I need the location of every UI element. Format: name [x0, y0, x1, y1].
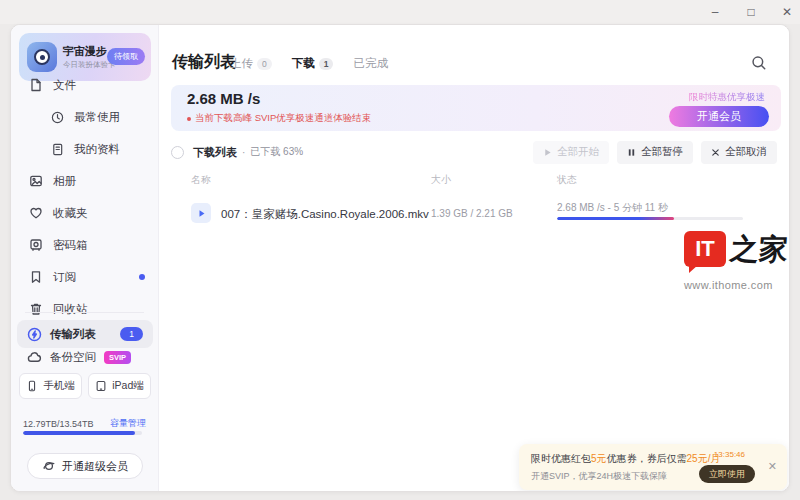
device-button-label: iPad端 — [112, 379, 144, 393]
sidebar-item-label: 相册 — [53, 174, 76, 189]
tab-label: 上传 — [230, 56, 253, 71]
storage-usage: 12.79TB/13.54TB — [23, 419, 94, 429]
sidebar-divider — [25, 312, 144, 313]
sidebar-item-favorites[interactable]: 收藏夹 — [11, 197, 159, 229]
sidebar-item-my-docs[interactable]: 我的资料 — [11, 133, 159, 165]
upgrade-svip-button[interactable]: 开通超级会员 — [27, 453, 143, 479]
peak-notice: 当前下载高峰 SVIP优享极速通道体验结束 — [187, 112, 371, 125]
sidebar-item-label: 我的资料 — [74, 142, 120, 157]
sidebar-item-backup-space[interactable]: 备份空间 SVIP — [17, 343, 153, 371]
resume-download-button[interactable] — [191, 203, 211, 223]
notification-dot — [139, 274, 145, 280]
ithome-logo: IT — [684, 231, 726, 267]
close-banner-icon[interactable]: ✕ — [768, 460, 777, 473]
tab-label: 已完成 — [353, 56, 388, 71]
promo-text: 限时特惠优享极速 — [689, 91, 765, 104]
notebook-icon — [51, 143, 64, 156]
table-row[interactable]: 007：皇家赌场.Casino.Royale.2006.mkv 1.39 GB … — [160, 197, 789, 233]
ithome-watermark: IT 之家 www.ithome.com — [684, 231, 790, 291]
sidebar-item-label: 备份空间 — [50, 350, 96, 365]
file-icon — [29, 78, 43, 92]
ithome-logo-suffix: 之家 — [729, 231, 790, 267]
safe-icon — [29, 238, 43, 252]
file-name: 007：皇家赌场.Casino.Royale.2006.mkv — [221, 207, 429, 222]
open-membership-button[interactable]: 开通会员 — [669, 106, 769, 127]
play-icon — [543, 148, 552, 157]
tab-upload[interactable]: 上传 0 — [230, 56, 272, 71]
tablet-icon — [95, 380, 107, 392]
coupon-text-part: 限时优惠红包 — [531, 453, 591, 464]
avatar — [27, 42, 57, 72]
lightning-icon — [27, 327, 42, 342]
sidebar-item-label: 密码箱 — [53, 238, 88, 253]
tab-bar: 上传 0 下载 1 已完成 — [230, 56, 388, 71]
download-list-toolbar: 下载列表 · 已下载 63% 全部开始 全部暂停 全部取消 — [171, 139, 777, 165]
file-status: 2.68 MB /s - 5 分钟 11 秒 — [557, 201, 668, 215]
search-icon[interactable] — [751, 55, 767, 75]
phone-client-button[interactable]: 手机端 — [19, 373, 82, 399]
titlebar: – □ ✕ — [0, 0, 800, 24]
sidebar-item-label: 文件 — [53, 78, 76, 93]
ithome-url: www.ithome.com — [684, 279, 790, 291]
coupon-text: 限时优惠红包5元优惠券，券后仅需25元/月 — [531, 452, 720, 466]
speed-banner: 2.68 MB /s 当前下载高峰 SVIP优享极速通道体验结束 限时特惠优享极… — [171, 85, 781, 131]
tab-download[interactable]: 下载 1 — [292, 56, 334, 71]
maximize-icon[interactable]: □ — [744, 5, 758, 19]
sidebar-item-subscriptions[interactable]: 订阅 — [11, 261, 159, 293]
column-header-name: 名称 — [191, 173, 211, 187]
sidebar-item-recent[interactable]: 最常使用 — [11, 101, 159, 133]
cloud-icon — [27, 350, 42, 365]
app-window: 宇宙漫步 今日装扮体验卡 待领取 文件 最常使用 我的资料 相册 — [10, 24, 790, 492]
column-header-status: 状态 — [557, 173, 577, 187]
file-progress-bar — [557, 217, 743, 220]
coupon-text-part: 优惠券，券后仅需 — [607, 453, 687, 464]
photo-icon — [29, 174, 43, 188]
phone-icon — [26, 380, 38, 392]
column-header-size: 大小 — [431, 173, 451, 187]
storage-progress-bar — [23, 431, 142, 435]
tab-download-count: 1 — [319, 58, 334, 70]
ipad-client-button[interactable]: iPad端 — [88, 373, 151, 399]
file-size: 1.39 GB / 2.21 GB — [431, 208, 513, 219]
sidebar-nav: 文件 最常使用 我的资料 相册 收藏夹 密码箱 — [11, 69, 159, 325]
action-label: 全部开始 — [557, 145, 599, 159]
action-label: 全部暂停 — [641, 145, 683, 159]
coupon-banner: 限时优惠红包5元优惠券，券后仅需25元/月 13:35:46 立即使用 开通SV… — [519, 444, 787, 490]
heart-icon — [29, 206, 43, 220]
close-icon[interactable]: ✕ — [780, 5, 794, 19]
coupon-subtext: 开通SVIP，优享24H极速下载保障 — [531, 470, 667, 483]
sidebar-item-label: 回收站 — [53, 302, 88, 317]
tab-label: 下载 — [292, 56, 315, 71]
minimize-icon[interactable]: – — [708, 5, 722, 19]
storage-manage-link[interactable]: 容量管理 — [110, 417, 146, 430]
clock-icon — [51, 111, 64, 124]
start-all-button[interactable]: 全部开始 — [533, 141, 609, 164]
select-all-checkbox[interactable] — [171, 146, 184, 159]
main-content: 传输列表 上传 0 下载 1 已完成 2.68 MB /s 当前下载高峰 SVI… — [160, 25, 789, 491]
sidebar-item-label: 订阅 — [53, 270, 76, 285]
sidebar-item-safe-box[interactable]: 密码箱 — [11, 229, 159, 261]
tab-completed[interactable]: 已完成 — [353, 56, 388, 71]
cancel-icon — [711, 148, 720, 157]
coupon-amount: 5元 — [591, 453, 607, 464]
upgrade-button-label: 开通超级会员 — [62, 459, 128, 474]
planet-icon — [42, 459, 56, 473]
use-coupon-button[interactable]: 立即使用 — [699, 465, 755, 483]
coupon-countdown: 13:35:46 — [714, 450, 745, 459]
current-speed: 2.68 MB /s — [187, 90, 260, 107]
sidebar-item-files[interactable]: 文件 — [11, 69, 159, 101]
file-progress-fill — [557, 217, 674, 220]
claim-badge[interactable]: 待领取 — [107, 48, 145, 65]
sidebar-item-albums[interactable]: 相册 — [11, 165, 159, 197]
downloaded-percent: 已下载 63% — [250, 145, 303, 159]
tab-upload-count: 0 — [257, 58, 272, 70]
svip-badge: SVIP — [104, 351, 131, 364]
download-list-title: 下载列表 — [193, 145, 237, 160]
play-icon — [197, 209, 206, 218]
trash-icon — [29, 302, 43, 316]
device-button-label: 手机端 — [43, 379, 75, 393]
pause-all-button[interactable]: 全部暂停 — [617, 141, 693, 164]
pause-icon — [627, 148, 636, 157]
sidebar-item-label: 传输列表 — [50, 327, 96, 342]
cancel-all-button[interactable]: 全部取消 — [701, 141, 777, 164]
